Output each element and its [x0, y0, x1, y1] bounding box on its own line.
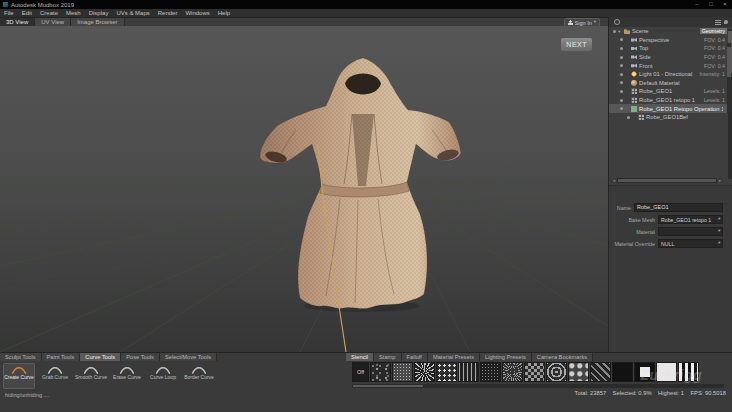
visibility-dot-icon[interactable] [620, 56, 623, 59]
scrollbar-thumb[interactable] [727, 47, 731, 77]
tool-tab[interactable]: Paint Tools [42, 353, 81, 361]
visibility-dot-icon[interactable] [620, 90, 623, 93]
stencil-cells[interactable] [568, 362, 589, 382]
stencil-rays[interactable] [502, 362, 523, 382]
stencil-starburst[interactable] [414, 362, 435, 382]
stencil-speckle[interactable] [480, 362, 501, 382]
stencil-rings[interactable] [546, 362, 567, 382]
stencil-weave[interactable] [590, 362, 611, 382]
preset-tab[interactable]: Stamp [374, 353, 401, 361]
maximize-button[interactable]: □ [704, 0, 718, 9]
object-list-row[interactable]: Robe_GEO1 Levels: 1 [609, 87, 732, 96]
view-tab[interactable]: UV View [35, 18, 71, 26]
stencil-dots[interactable] [436, 362, 457, 382]
object-list-row[interactable]: Top FOV: 0.4 [609, 44, 732, 53]
tool-label: Grab Curve [42, 375, 68, 381]
property-dropdown[interactable]: Robe_GEO1 retopo 1 ▾ [658, 215, 723, 224]
menu-item[interactable]: Help [214, 9, 234, 17]
chevron-down-icon: ▾ [718, 229, 720, 234]
menu-icon[interactable] [715, 20, 721, 25]
menu-item[interactable]: Mesh [62, 9, 85, 17]
visibility-dot-icon[interactable] [613, 30, 616, 33]
property-label: Base Mesh [613, 217, 655, 223]
menu-item[interactable]: UVs & Maps [112, 9, 153, 17]
pin-icon[interactable] [724, 20, 728, 24]
menu-item[interactable]: File [0, 9, 18, 17]
mesh-icon [638, 114, 644, 120]
tool-button[interactable]: Create Curve [3, 363, 35, 389]
object-list-row[interactable]: Light 01 - Directional Intensity: 1 [609, 70, 732, 79]
stencil-stripes[interactable] [458, 362, 479, 382]
object-list-row[interactable]: Robe_GEO1 Retopo Operation 1 [609, 104, 732, 113]
tool-tab[interactable]: Select/Move Tools [160, 353, 217, 361]
name-field[interactable]: Robe_GEO1 [634, 203, 723, 212]
object-list-row[interactable]: Side FOV: 0.4 [609, 53, 732, 62]
tool-button[interactable]: Grab Curve [39, 363, 71, 389]
stencil-dark[interactable] [612, 362, 633, 382]
visibility-dot-icon[interactable] [620, 64, 623, 67]
expander-icon[interactable]: ▾ [618, 29, 622, 34]
scroll-right-icon[interactable]: ► [717, 178, 723, 183]
preset-tab[interactable]: Lighting Presets [480, 353, 532, 361]
object-list-row[interactable]: ▾ Scene Geometry [609, 27, 732, 36]
next-overlay-button[interactable]: NEXT [561, 38, 592, 51]
sign-in-label: Sign In [575, 20, 592, 26]
scroll-left-icon[interactable]: ◄ [611, 178, 617, 183]
menu-item[interactable]: Render [154, 9, 182, 17]
view-tab[interactable]: Image Browser [71, 18, 124, 26]
viewport-3d[interactable]: NEXT [0, 26, 609, 352]
stencil-checker[interactable] [524, 362, 545, 382]
property-dropdown[interactable]: ▾ [658, 227, 723, 236]
stencil-off[interactable]: Off [352, 362, 369, 382]
viewport-canvas[interactable] [0, 26, 608, 352]
view-tab[interactable]: 3D View [0, 18, 35, 26]
stencil-square[interactable] [634, 362, 655, 382]
visibility-dot-icon[interactable] [620, 73, 623, 76]
stencil-scrollbar[interactable] [352, 384, 724, 388]
tool-button[interactable]: Border Curve [183, 363, 215, 389]
tool-tab[interactable]: Curve Tools [80, 353, 121, 361]
close-button[interactable]: × [718, 0, 732, 9]
chevron-down-icon: ▾ [718, 241, 720, 246]
camera-icon [631, 54, 637, 60]
preset-tab[interactable]: Falloff [402, 353, 428, 361]
visibility-dot-icon[interactable] [620, 47, 623, 50]
menu-item[interactable]: Edit [18, 9, 36, 17]
object-list-row[interactable]: Robe_GEO1Bef [609, 113, 732, 122]
stencil-barcode[interactable] [678, 362, 699, 382]
visibility-dot-icon[interactable] [620, 38, 623, 41]
property-dropdown[interactable]: NULL ▾ [658, 239, 723, 248]
preset-tab[interactable]: Stencil [346, 353, 374, 361]
minimize-button[interactable]: – [690, 0, 704, 9]
tool-label: Curve Loop [150, 375, 176, 381]
preset-tab[interactable]: Material Presets [428, 353, 480, 361]
menu-item[interactable]: Create [36, 9, 62, 17]
stencil-noise-dark[interactable] [370, 362, 391, 382]
target-icon[interactable] [614, 19, 620, 25]
object-label: Side [639, 54, 702, 60]
object-list-row[interactable]: Front FOV: 0.4 [609, 61, 732, 70]
preset-tab[interactable]: Camera Bookmarks [532, 353, 593, 361]
object-list-row[interactable]: Default Material [609, 79, 732, 88]
tool-button[interactable]: Erase Curve [111, 363, 143, 389]
visibility-dot-icon[interactable] [627, 116, 630, 119]
visibility-dot-icon[interactable] [620, 99, 623, 102]
tool-button[interactable]: Smooth Curve [75, 363, 107, 389]
status-message: hiding/unhiding .... [5, 392, 50, 398]
scrollbar-thumb[interactable] [618, 179, 716, 182]
visibility-dot-icon[interactable] [620, 81, 623, 84]
stencil-grain[interactable] [392, 362, 413, 382]
panel-scrollbar[interactable] [727, 43, 731, 113]
object-list-row[interactable]: Robe_GEO1 retopo 1 Levels: 1 [609, 96, 732, 105]
menu-item[interactable]: Display [85, 9, 113, 17]
stencil-white[interactable] [656, 362, 677, 382]
status-stats: Total: 23857 Selected: 0.9% Highest: 1 F… [575, 390, 726, 396]
tool-tab[interactable]: Pose Tools [121, 353, 160, 361]
tool-button[interactable]: Curve Loop [147, 363, 179, 389]
object-list-row[interactable]: Perspective FOV: 0.4 [609, 36, 732, 45]
object-list-horizontal-scrollbar[interactable]: ◄ ► [611, 178, 723, 183]
tool-tab[interactable]: Sculpt Tools [0, 353, 42, 361]
menu-item[interactable]: Windows [181, 9, 213, 17]
visibility-dot-icon[interactable] [620, 107, 623, 110]
scrollbar-thumb[interactable] [353, 385, 423, 387]
